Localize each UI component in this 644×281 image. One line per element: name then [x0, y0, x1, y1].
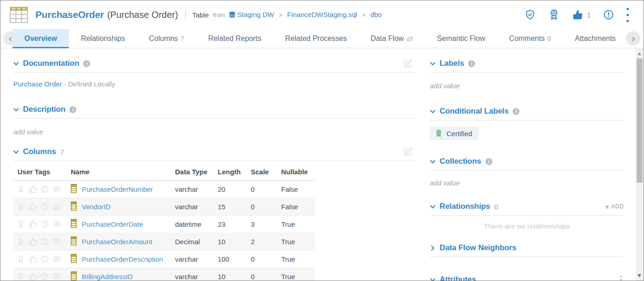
certified-chip[interactable]: Certified: [430, 127, 479, 140]
labels-placeholder[interactable]: add value: [430, 82, 624, 90]
chevron-down-icon[interactable]: [430, 62, 435, 66]
chevron-down-icon[interactable]: [430, 278, 435, 281]
collections-placeholder[interactable]: add value: [430, 179, 624, 187]
cell-data-type: varchar: [175, 268, 218, 281]
thumbs-up-icon[interactable]: [29, 238, 37, 246]
tab-semantic-flow[interactable]: Semantic Flow: [425, 29, 497, 48]
thumbs-up-icon[interactable]: [29, 185, 37, 193]
alert-icon[interactable]: [41, 238, 49, 246]
tab-attachments[interactable]: Attachments: [563, 29, 627, 48]
section-divider: [13, 118, 416, 119]
breadcrumb-separator: >: [362, 11, 366, 18]
breadcrumb-connection[interactable]: Staging DW: [237, 11, 274, 18]
section-divider: [430, 215, 624, 216]
documentation-value: Purchase Order - Defined Locally: [13, 80, 416, 88]
tab-data-flow[interactable]: Data Flow⇄: [359, 29, 425, 48]
column-field-icon: [71, 201, 77, 212]
medal-icon[interactable]: [17, 220, 25, 228]
breadcrumb-database[interactable]: FinanceDWStaging.sql: [287, 11, 357, 18]
comment-icon[interactable]: [53, 273, 61, 281]
section-divider: [13, 161, 416, 161]
section-title: Columns: [23, 147, 56, 156]
chevron-down-icon[interactable]: [430, 109, 435, 114]
scrollbar-down-arrow[interactable]: [638, 274, 641, 277]
title-divider: [185, 10, 186, 20]
chevron-right-icon[interactable]: [430, 246, 435, 250]
col-header-nullable: Nullable: [281, 164, 315, 180]
table-row: PurchaseOrderDescription varchar 100 0 T…: [13, 250, 315, 268]
edit-documentation-button[interactable]: [403, 59, 412, 69]
medal-icon[interactable]: [17, 203, 25, 211]
section-title: Relationships: [440, 202, 490, 211]
chevron-down-icon[interactable]: [13, 62, 19, 66]
col-header-user-tags: User Tags: [13, 164, 71, 180]
col-header-name: Name: [71, 164, 175, 180]
edit-columns-button[interactable]: [403, 147, 412, 157]
thumbs-up-icon[interactable]: [29, 273, 37, 281]
thumbs-up-icon[interactable]: [29, 220, 37, 228]
tabs-scroll-right-button[interactable]: ›: [626, 31, 640, 46]
breadcrumb-schema[interactable]: dbo: [370, 11, 382, 18]
medal-icon[interactable]: [17, 185, 25, 193]
medal-icon[interactable]: [17, 255, 25, 263]
tab-columns[interactable]: Columns7: [137, 29, 196, 48]
column-name-link[interactable]: BIllingAddressID: [82, 273, 133, 281]
plus-icon: +: [605, 203, 610, 211]
kebab-menu-icon[interactable]: [627, 8, 629, 22]
tab-comments[interactable]: Comments0: [497, 29, 563, 48]
column-name-link[interactable]: VendorID: [82, 203, 111, 211]
comment-icon[interactable]: [53, 203, 61, 211]
alert-icon[interactable]: [41, 255, 49, 263]
alert-circle-icon[interactable]: [603, 9, 614, 20]
tab-relationships[interactable]: Relationships: [69, 29, 137, 48]
tab-overview[interactable]: Overview: [12, 29, 69, 48]
columns-table: User Tags Name Data Type Length Scale Nu…: [13, 164, 315, 281]
column-name-link[interactable]: PurchaseOrderAmount: [82, 238, 152, 246]
comment-icon[interactable]: [53, 238, 61, 246]
certified-medal-icon[interactable]: [548, 9, 560, 21]
table-row: PurchaseOrderAmount Decimal 10 2 True: [13, 233, 315, 250]
column-field-icon: [71, 254, 77, 264]
alert-icon[interactable]: [41, 273, 49, 281]
chevron-down-icon[interactable]: [430, 160, 435, 164]
alert-icon[interactable]: [41, 203, 49, 211]
cell-length: 15: [218, 198, 251, 215]
shield-check-icon[interactable]: [525, 9, 536, 20]
comment-icon[interactable]: [53, 185, 61, 193]
documentation-link[interactable]: Purchase Order: [13, 80, 62, 88]
documentation-section-header: Documentation i: [13, 57, 416, 69]
alert-icon[interactable]: [41, 220, 49, 228]
column-name-link[interactable]: PurchaseOrderDate: [82, 220, 143, 228]
description-placeholder[interactable]: add value: [13, 128, 416, 136]
chevron-down-icon[interactable]: [13, 108, 19, 112]
user-tag-icons: [13, 273, 71, 281]
info-icon: i: [513, 108, 520, 115]
thumbs-up-icon[interactable]: [29, 203, 37, 211]
chevron-down-icon[interactable]: [430, 205, 435, 209]
attributes-kebab-menu-icon[interactable]: [620, 275, 622, 281]
thumbs-up-button[interactable]: 1: [572, 9, 591, 20]
cell-nullable: True: [281, 233, 315, 250]
thumbs-up-icon[interactable]: [29, 255, 37, 263]
scrollbar-thumb[interactable]: [637, 58, 643, 183]
chevron-down-icon[interactable]: [13, 150, 19, 154]
section-title: Attributes: [440, 275, 476, 281]
add-relationship-button[interactable]: + ADD: [605, 203, 624, 211]
scrollbar-up-arrow[interactable]: [638, 52, 641, 55]
medal-icon[interactable]: [17, 238, 25, 246]
info-icon: i: [83, 60, 90, 67]
tabs-scroll-left-button[interactable]: ‹: [3, 31, 17, 46]
medal-icon[interactable]: [17, 273, 25, 281]
column-name-link[interactable]: PurchaseOrderNumber: [82, 185, 153, 193]
left-column: Documentation i Purchase Order - Defined…: [13, 48, 416, 281]
tab-related-reports[interactable]: Related Reports: [196, 29, 273, 48]
page-subtitle: (Purchase Order): [107, 10, 178, 20]
table-icon: [9, 6, 29, 24]
vertical-scrollbar[interactable]: [636, 48, 644, 281]
column-name-link[interactable]: PurchaseOrderDescription: [82, 255, 163, 263]
tab-related-processes[interactable]: Related Processes: [273, 29, 359, 48]
col-header-scale: Scale: [251, 164, 281, 180]
comment-icon[interactable]: [53, 255, 61, 263]
comment-icon[interactable]: [53, 220, 61, 228]
alert-icon[interactable]: [41, 185, 49, 193]
